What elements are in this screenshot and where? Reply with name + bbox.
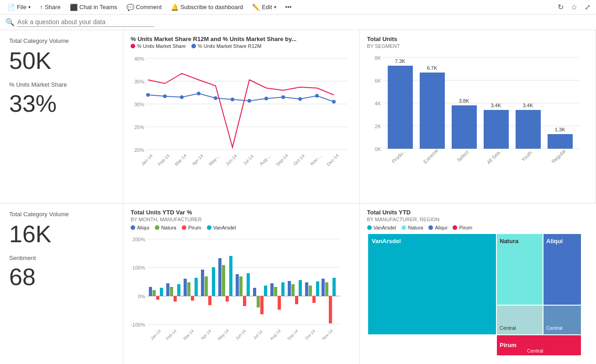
svg-rect-74	[187, 282, 190, 296]
ytd-var-title: Total Units YTD Var %	[131, 209, 352, 216]
more-button[interactable]: •••	[282, 2, 295, 12]
svg-point-12	[180, 95, 184, 99]
fullscreen-icon[interactable]: ⤢	[583, 1, 592, 13]
legend-label-vanarsdel: VanArsdel	[213, 225, 236, 230]
kpi1-sub-value: 33%	[9, 90, 114, 117]
legend-label-aliqui: Aliqui	[137, 225, 149, 230]
chat-in-teams-button[interactable]: ⬛ Chat in Teams	[66, 2, 121, 13]
legend-tm-vanarsdel: VanArsdel	[367, 225, 396, 230]
more-icon: •••	[285, 4, 292, 10]
legend-label-tm-aliqui: Aliqui	[435, 225, 447, 230]
svg-rect-76	[195, 278, 198, 296]
line-chart-panel: % Units Market Share R12M and % Units Ma…	[123, 30, 360, 203]
svg-text:Central: Central	[546, 325, 562, 331]
legend-dot-aliqui	[131, 225, 135, 230]
svg-rect-83	[226, 296, 229, 302]
svg-rect-107	[329, 296, 332, 323]
svg-rect-89	[253, 288, 256, 296]
bar-chart-title: Total Units	[367, 36, 589, 42]
legend-dot-tm-aliqui	[428, 225, 433, 230]
kpi2-sub-value: 68	[9, 263, 114, 291]
svg-text:8K: 8K	[374, 55, 381, 61]
svg-rect-95	[278, 296, 281, 310]
svg-text:Apr-14: Apr-14	[200, 329, 212, 341]
bar-youth	[516, 110, 541, 149]
svg-text:Pirum: Pirum	[500, 342, 517, 348]
svg-point-13	[197, 92, 200, 95]
legend-label-tm-pirum: Pirum	[459, 225, 472, 230]
bar-produ	[388, 66, 413, 149]
subscribe-button[interactable]: 🔔 Subscribe to dashboard	[167, 2, 247, 13]
legend-dot-natura	[155, 225, 159, 230]
svg-rect-92	[264, 286, 267, 296]
svg-text:May-...: May-...	[208, 153, 221, 166]
svg-text:Select: Select	[456, 149, 469, 163]
svg-rect-88	[247, 273, 250, 296]
svg-rect-80	[212, 267, 215, 296]
kpi2-sub-label: Sentiment	[9, 255, 114, 261]
svg-point-20	[315, 94, 319, 98]
legend-label-r12m: % Units Market Share R12M	[198, 43, 261, 49]
toolbar: 📄 File ▾ ↑ Share ⬛ Chat in Teams 💬 Comme…	[0, 0, 596, 15]
svg-rect-86	[239, 276, 243, 296]
edit-button[interactable]: ✏️ Edit ▾	[248, 2, 280, 13]
treemap-title: Total Units YTD	[367, 209, 589, 216]
line-chart-legend: % Units Market Share % Units Market Shar…	[131, 43, 352, 49]
legend-label-tm-natura: Natura	[408, 225, 423, 230]
file-menu[interactable]: 📄 File ▾	[4, 2, 34, 13]
svg-rect-87	[243, 296, 246, 306]
svg-rect-93	[270, 283, 274, 296]
svg-text:Mar-14: Mar-14	[174, 153, 187, 166]
svg-text:May-14: May-14	[217, 328, 230, 341]
svg-text:35%: 35%	[134, 79, 144, 84]
svg-rect-100	[299, 280, 302, 296]
svg-text:40%: 40%	[134, 56, 144, 62]
svg-rect-105	[322, 279, 325, 296]
comment-label: Comment	[136, 4, 162, 10]
svg-rect-96	[281, 282, 285, 296]
share-icon: ↑	[40, 4, 43, 11]
legend-dot-tm-natura	[401, 225, 406, 230]
svg-rect-81	[218, 258, 222, 296]
svg-text:20%: 20%	[134, 147, 144, 153]
bar-select	[452, 105, 477, 149]
share-button[interactable]: ↑ Share	[36, 2, 64, 13]
svg-rect-75	[191, 296, 194, 301]
svg-point-17	[264, 97, 268, 100]
bar-extreme	[420, 73, 445, 149]
edit-label: Edit	[262, 4, 272, 10]
edit-icon: ✏️	[252, 4, 260, 11]
svg-text:3.8K: 3.8K	[459, 98, 469, 104]
kpi-total-category-volume: Total Category Volume 50K % Units Market…	[0, 30, 123, 203]
share-label: Share	[45, 4, 61, 10]
svg-text:Feb-14: Feb-14	[165, 328, 177, 341]
svg-rect-77	[201, 270, 204, 296]
dashboard: Total Category Volume 50K % Units Market…	[0, 30, 596, 364]
svg-text:Oct-14: Oct-14	[304, 329, 316, 341]
treemap-aliqui	[543, 234, 581, 305]
svg-text:Oct-14: Oct-14	[292, 153, 306, 166]
refresh-icon[interactable]: ↻	[556, 1, 565, 13]
line-chart-title: % Units Market Share R12M and % Units Ma…	[131, 36, 352, 42]
svg-text:6K: 6K	[374, 78, 381, 83]
svg-rect-78	[205, 276, 208, 296]
svg-rect-66	[153, 290, 156, 296]
legend-item-units-share: % Units Market Share	[131, 43, 186, 49]
bookmark-icon[interactable]: ☆	[569, 1, 579, 13]
svg-text:7.3K: 7.3K	[395, 58, 405, 64]
svg-text:Aug-...: Aug-...	[258, 153, 272, 166]
svg-text:Mar-14: Mar-14	[182, 328, 195, 341]
legend-item-r12m: % Units Market Share R12M	[191, 43, 261, 49]
svg-text:0%: 0%	[138, 294, 145, 299]
search-input[interactable]	[17, 17, 154, 27]
ytd-var-subtitle: BY MONTH, MANUFACTURER	[131, 217, 352, 222]
treemap-vanarsdel	[368, 234, 496, 334]
svg-point-18	[281, 95, 285, 99]
svg-rect-99	[295, 296, 298, 304]
comment-button[interactable]: 💬 Comment	[123, 2, 165, 13]
svg-text:Extreme: Extreme	[422, 147, 439, 164]
svg-rect-102	[309, 286, 312, 296]
file-chevron-icon: ▾	[28, 5, 31, 10]
svg-text:-100%: -100%	[131, 322, 145, 328]
svg-text:Apr-14: Apr-14	[191, 153, 204, 166]
